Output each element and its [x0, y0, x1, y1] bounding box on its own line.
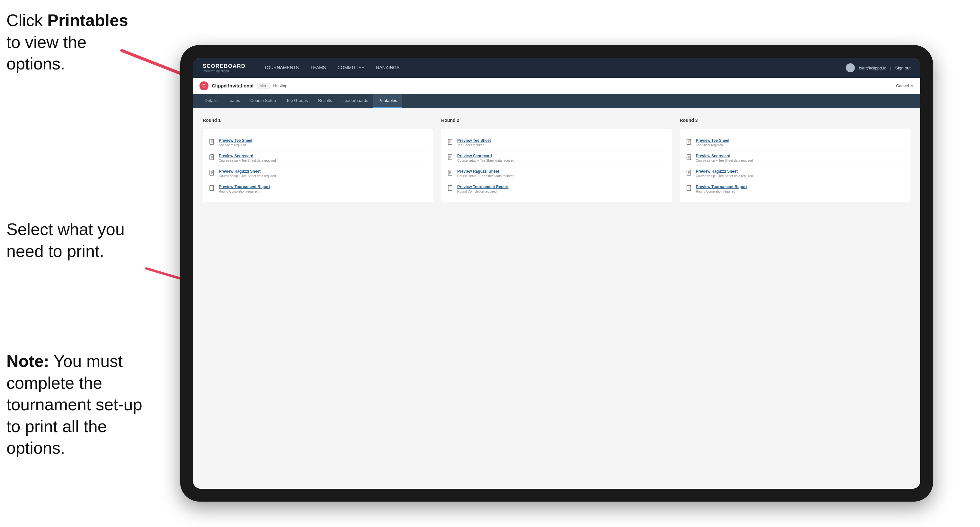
r3-raguzzi-text: Preview Raguzzi Sheet Course setup + Tee…: [696, 169, 753, 178]
tab-results[interactable]: Results: [313, 94, 337, 108]
nav-committee[interactable]: COMMITTEE: [332, 58, 370, 78]
r2-raguzzi-sublabel: Course setup + Tee Sheet data required: [457, 174, 514, 178]
tournament-type: Men: [257, 83, 270, 89]
r2-tee-sheet-text: Preview Tee Sheet Tee Sheet required: [457, 138, 491, 147]
r2-raguzzi-text: Preview Raguzzi Sheet Course setup + Tee…: [457, 169, 514, 178]
r2-raguzzi-label: Preview Raguzzi Sheet: [457, 169, 514, 174]
r1-scorecard[interactable]: Preview Scorecard Course setup + Tee She…: [209, 151, 427, 166]
r3-tee-sheet[interactable]: Preview Tee Sheet Tee Sheet required: [686, 135, 904, 151]
instruction-mid: Select what you need to print.: [6, 219, 142, 262]
r3-tee-sheet-label: Preview Tee Sheet: [696, 138, 730, 143]
r1-tee-sheet-label: Preview Tee Sheet: [219, 138, 253, 143]
r3-scorecard-text: Preview Scorecard Course setup + Tee She…: [696, 154, 753, 162]
r3-report-sublabel: Round Completion required: [696, 190, 747, 193]
rounds-grid: Round 1 Preview Tee Sheet Tee Sheet requ…: [203, 118, 910, 202]
r3-scorecard-label: Preview Scorecard: [696, 154, 753, 158]
r2-tournament-report[interactable]: Preview Tournament Report Round Completi…: [447, 181, 665, 197]
avatar: [846, 63, 855, 72]
tab-bar: Details Teams Course Setup Tee Groups Re…: [193, 94, 920, 108]
tab-tee-groups[interactable]: Tee Groups: [281, 94, 313, 108]
r3-tee-sheet-sublabel: Tee Sheet required: [696, 143, 730, 147]
nav-right: blair@clippd.io | Sign out: [846, 63, 910, 72]
r3-report-label: Preview Tournament Report: [696, 184, 747, 189]
document-icon: [447, 170, 454, 178]
r2-tee-sheet[interactable]: Preview Tee Sheet Tee Sheet required: [447, 135, 665, 151]
tablet-device: SCOREBOARD Powered by clippd TOURNAMENTS…: [180, 45, 933, 502]
tournament-logo: C: [199, 81, 208, 90]
brand-sub: Powered by clippd: [203, 70, 245, 73]
document-icon: [447, 154, 454, 162]
r1-report-sublabel: Round Completion required: [219, 190, 270, 193]
r1-report-label: Preview Tournament Report: [219, 184, 270, 189]
round-3-column: Round 3 Preview Tee Sheet Tee Sheet requ…: [680, 118, 910, 202]
r1-scorecard-label: Preview Scorecard: [219, 154, 276, 158]
r3-scorecard[interactable]: Preview Scorecard Course setup + Tee She…: [686, 151, 904, 166]
r3-raguzzi-label: Preview Raguzzi Sheet: [696, 169, 753, 174]
round-2-title: Round 2: [441, 118, 672, 123]
round-1-column: Round 1 Preview Tee Sheet Tee Sheet requ…: [203, 118, 433, 202]
main-content: Round 1 Preview Tee Sheet Tee Sheet requ…: [193, 108, 920, 489]
round-2-card: Preview Tee Sheet Tee Sheet required Pre…: [441, 129, 672, 202]
r1-scorecard-sublabel: Course setup + Tee Sheet data required: [219, 159, 276, 162]
instruction-top: Click Printables to view the options.: [6, 10, 129, 75]
r1-raguzzi-label: Preview Raguzzi Sheet: [219, 169, 276, 174]
round-2-column: Round 2 Preview Tee Sheet Tee Sheet requ…: [441, 118, 672, 202]
round-3-card: Preview Tee Sheet Tee Sheet required Pre…: [680, 129, 910, 202]
r1-raguzzi-sublabel: Course setup + Tee Sheet data required: [219, 174, 276, 178]
r2-tee-sheet-label: Preview Tee Sheet: [457, 138, 491, 143]
cancel-button[interactable]: Cancel ✕: [896, 83, 914, 88]
instruction-bottom: Note: You must complete the tournament s…: [6, 351, 148, 459]
document-icon: [209, 185, 216, 193]
r1-raguzzi[interactable]: Preview Raguzzi Sheet Course setup + Tee…: [209, 166, 427, 181]
instruction-mid-text: Select what you need to print.: [6, 220, 124, 260]
nav-tournaments[interactable]: TOURNAMENTS: [258, 58, 305, 78]
r1-tee-sheet-text: Preview Tee Sheet Tee Sheet required: [219, 138, 253, 147]
round-1-card: Preview Tee Sheet Tee Sheet required Pre…: [203, 129, 433, 202]
r2-report-sublabel: Round Completion required: [457, 190, 508, 193]
tab-course-setup[interactable]: Course Setup: [245, 94, 281, 108]
nav-rankings[interactable]: RANKINGS: [370, 58, 406, 78]
separator: |: [890, 66, 891, 70]
r3-raguzzi-sublabel: Course setup + Tee Sheet data required: [696, 174, 753, 178]
round-1-title: Round 1: [203, 118, 433, 123]
r3-raguzzi[interactable]: Preview Raguzzi Sheet Course setup + Tee…: [686, 166, 904, 181]
r2-scorecard-text: Preview Scorecard Course setup + Tee She…: [457, 154, 514, 162]
r2-scorecard-label: Preview Scorecard: [457, 154, 514, 158]
document-icon: [209, 154, 216, 162]
document-icon: [686, 185, 693, 193]
r3-tee-sheet-text: Preview Tee Sheet Tee Sheet required: [696, 138, 730, 147]
round-3-title: Round 3: [680, 118, 910, 123]
tab-printables[interactable]: Printables: [373, 94, 402, 108]
tablet-screen: SCOREBOARD Powered by clippd TOURNAMENTS…: [193, 58, 920, 489]
r1-scorecard-text: Preview Scorecard Course setup + Tee She…: [219, 154, 276, 162]
nav-teams[interactable]: TEAMS: [305, 58, 332, 78]
tab-teams[interactable]: Teams: [223, 94, 245, 108]
r2-raguzzi[interactable]: Preview Raguzzi Sheet Course setup + Tee…: [447, 166, 665, 181]
r2-scorecard[interactable]: Preview Scorecard Course setup + Tee She…: [447, 151, 665, 166]
tab-leaderboards[interactable]: Leaderboards: [337, 94, 373, 108]
sign-out-link[interactable]: Sign out: [895, 66, 910, 70]
r2-tee-sheet-sublabel: Tee Sheet required: [457, 143, 491, 147]
r1-report-text: Preview Tournament Report Round Completi…: [219, 184, 270, 193]
r2-scorecard-sublabel: Course setup + Tee Sheet data required: [457, 159, 514, 162]
r1-tournament-report[interactable]: Preview Tournament Report Round Completi…: [209, 181, 427, 197]
nav-items: TOURNAMENTS TEAMS COMMITTEE RANKINGS: [258, 58, 846, 78]
r1-tee-sheet[interactable]: Preview Tee Sheet Tee Sheet required: [209, 135, 427, 151]
document-icon: [209, 170, 216, 178]
tournament-info: C Clippd Invitational Men Hosting: [199, 81, 896, 90]
document-icon: [686, 139, 693, 147]
document-icon: [686, 170, 693, 178]
user-email: blair@clippd.io: [859, 66, 886, 70]
document-icon: [447, 139, 454, 147]
document-icon: [209, 139, 216, 147]
r3-scorecard-sublabel: Course setup + Tee Sheet data required: [696, 159, 753, 162]
tab-details[interactable]: Details: [199, 94, 223, 108]
tournament-status: Hosting: [273, 83, 287, 88]
brand-title: SCOREBOARD: [203, 63, 245, 70]
r1-tee-sheet-sublabel: Tee Sheet required: [219, 143, 253, 147]
brand: SCOREBOARD Powered by clippd: [203, 63, 245, 73]
r3-tournament-report[interactable]: Preview Tournament Report Round Completi…: [686, 181, 904, 197]
r1-raguzzi-text: Preview Raguzzi Sheet Course setup + Tee…: [219, 169, 276, 178]
r2-report-label: Preview Tournament Report: [457, 184, 508, 189]
instruction-bottom-text: Note: You must complete the tournament s…: [6, 352, 142, 457]
